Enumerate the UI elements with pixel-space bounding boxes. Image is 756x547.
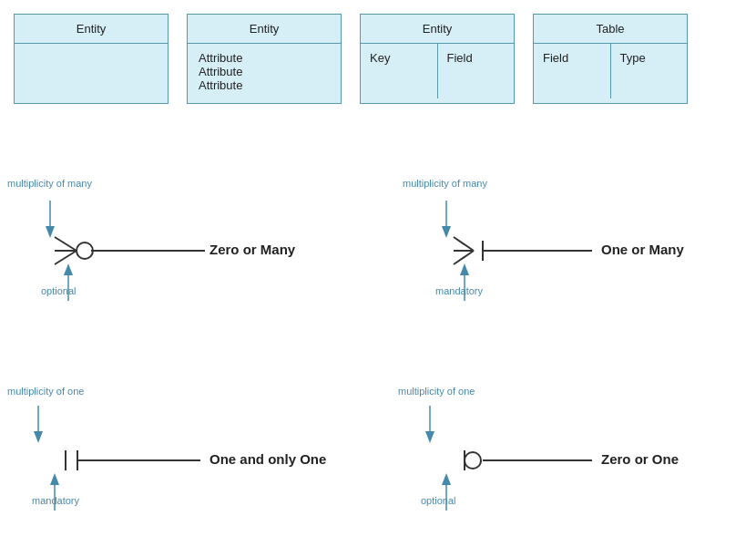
svg-point-26 [465, 452, 481, 469]
label-optional-1: optional [41, 285, 77, 296]
entity-box-2: Entity Attribute Attribute Attribute [187, 14, 342, 104]
attribute-2: Attribute [199, 65, 330, 78]
entity-body-3: Key Field [361, 44, 514, 98]
svg-marker-31 [442, 473, 451, 485]
svg-marker-17 [460, 263, 469, 275]
label-optional-2: optional [421, 495, 456, 506]
entity-body-1 [15, 44, 168, 103]
label-one-or-many: One or Many [601, 242, 684, 257]
entity-body-2: Attribute Attribute Attribute [188, 44, 341, 99]
label-zero-or-many: Zero or Many [209, 242, 295, 257]
entity-col-key: Key [361, 44, 438, 98]
label-zero-or-one: Zero or One [601, 451, 679, 467]
attribute-1: Attribute [199, 51, 330, 65]
entity-box-3: Entity Key Field [360, 14, 515, 104]
entity-header-1: Entity [15, 15, 168, 44]
entity-header-4: Table [534, 15, 687, 44]
label-multiplicity-one-1: multiplicity of one [7, 386, 84, 397]
entity-box-4: Table Field Type [533, 14, 688, 104]
symbols-svg [0, 150, 756, 547]
attribute-3: Attribute [199, 78, 330, 92]
entity-col-type: Type [611, 44, 688, 98]
svg-marker-15 [442, 226, 451, 238]
svg-marker-29 [425, 431, 434, 443]
label-multiplicity-many-2: multiplicity of many [403, 178, 487, 189]
svg-marker-8 [64, 263, 73, 275]
svg-line-13 [454, 251, 474, 264]
svg-line-4 [55, 251, 77, 264]
entity-body-4: Field Type [534, 44, 687, 98]
entity-col-field: Field [438, 44, 515, 98]
entity-header-2: Entity [188, 15, 341, 44]
symbols-area: multiplicity of many optional Zero or Ma… [0, 150, 756, 547]
label-mandatory-1: mandatory [435, 285, 483, 296]
svg-line-11 [454, 237, 474, 251]
label-mandatory-2: mandatory [32, 495, 79, 506]
svg-line-2 [55, 237, 77, 251]
entity-col-fieldname: Field [534, 44, 611, 98]
label-one-and-only-one: One and only One [209, 451, 326, 467]
label-multiplicity-one-2: multiplicity of one [398, 386, 475, 397]
svg-point-1 [77, 243, 93, 259]
svg-marker-24 [50, 473, 59, 485]
entity-box-1: Entity [14, 14, 169, 104]
svg-marker-22 [34, 431, 43, 443]
entities-row: Entity Entity Attribute Attribute Attrib… [0, 0, 756, 113]
label-multiplicity-many-1: multiplicity of many [7, 178, 92, 189]
entity-header-3: Entity [361, 15, 514, 44]
svg-marker-6 [46, 226, 55, 238]
